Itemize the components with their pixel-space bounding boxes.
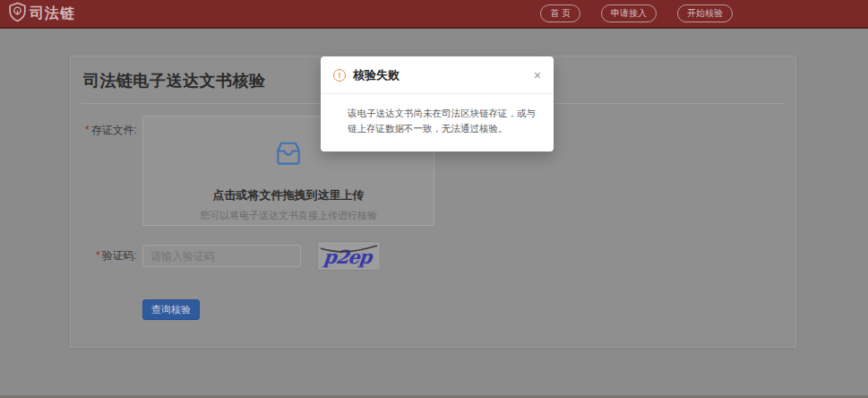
- required-asterisk: *: [85, 124, 90, 136]
- inbox-icon: [275, 140, 302, 170]
- popup-title: 核验失败: [353, 67, 400, 83]
- required-asterisk: *: [96, 249, 100, 262]
- shield-logo-icon: [8, 2, 27, 26]
- close-icon[interactable]: ×: [534, 69, 541, 82]
- upload-hint-sub: 您可以将电子送达文书直接上传进行核验: [200, 209, 377, 222]
- page-title: 司法链电子送达文书核验: [83, 70, 266, 91]
- logo-text: 司法链: [30, 4, 75, 23]
- warning-icon: !: [333, 69, 346, 82]
- popup-header: ! 核验失败 ×: [321, 56, 554, 94]
- app-logo: 司法链: [8, 2, 75, 26]
- popup-message: 该电子送达文书尚未在司法区块链存证，或与链上存证数据不一致，无法通过核验。: [321, 94, 554, 151]
- captcha-field-label: *验证码:: [71, 248, 137, 264]
- nav-apply-access-button[interactable]: 申请接入: [601, 4, 657, 22]
- nav-start-verify-button[interactable]: 开始核验: [677, 4, 733, 22]
- submit-verify-button[interactable]: 查询核验: [142, 299, 200, 320]
- upload-label-text: 存证文件:: [91, 124, 137, 136]
- verify-failed-popup: ! 核验失败 × 该电子送达文书尚未在司法区块链存证，或与链上存证数据不一致，无…: [321, 56, 554, 151]
- captcha-label-text: 验证码:: [102, 249, 137, 262]
- upload-hint-main: 点击或将文件拖拽到这里上传: [213, 187, 365, 203]
- captcha-input[interactable]: [142, 245, 301, 267]
- app-header: 司法链 首 页 申请接入 开始核验: [0, 0, 868, 29]
- upload-field-label: *存证文件:: [71, 123, 137, 138]
- header-nav: 首 页 申请接入 开始核验: [540, 4, 733, 22]
- captcha-image[interactable]: p2ep: [317, 241, 381, 271]
- nav-home-button[interactable]: 首 页: [540, 4, 580, 22]
